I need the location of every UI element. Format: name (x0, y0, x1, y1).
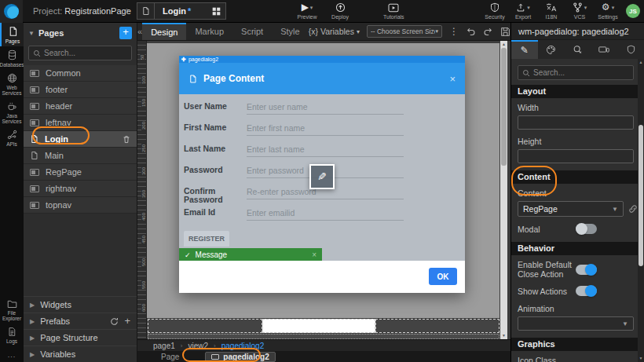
page-item-header[interactable]: header (24, 98, 137, 115)
close-action-toggle[interactable] (576, 265, 597, 275)
properties-scrollbar[interactable]: ▲ ▼ (638, 59, 644, 362)
page-item-login[interactable]: Login (24, 131, 137, 148)
page-tab-login[interactable]: Login* (137, 2, 226, 20)
bind-link-icon[interactable] (628, 204, 638, 214)
pages-search (28, 46, 132, 60)
section-variables[interactable]: ▶Variables (24, 346, 137, 362)
shield-icon (490, 2, 499, 13)
kebab-menu-icon[interactable]: ⋮ (449, 26, 459, 37)
add-prefab-button[interactable]: + (124, 316, 130, 326)
animation-select[interactable]: ▼ (518, 316, 634, 331)
page-item-regpage[interactable]: RegPage (24, 164, 137, 181)
triangle-down-icon[interactable]: ▼ (28, 30, 35, 37)
i18n-button[interactable]: I18N (541, 2, 562, 20)
close-icon[interactable]: × (449, 73, 456, 85)
tab-style[interactable]: Style (272, 23, 308, 40)
export-button[interactable]: ▾ Export (513, 2, 533, 20)
tab-script[interactable]: Script (232, 23, 272, 40)
emailid-field[interactable] (247, 206, 404, 221)
trash-icon[interactable] (123, 135, 130, 144)
page-item-common[interactable]: Common (24, 65, 137, 82)
scroll-thumb[interactable] (501, 48, 507, 166)
sidebar-item-file-explorer[interactable]: File Explorer (0, 296, 24, 324)
register-button[interactable]: REGISTER (184, 231, 229, 247)
design-canvas[interactable]: 50100150200250300350400450500550600 ▲ ▼ … (137, 41, 510, 339)
layout-cell[interactable] (262, 319, 375, 333)
firstname-field[interactable] (247, 121, 404, 136)
security-button[interactable]: Security (485, 2, 505, 20)
widget-selection-tag[interactable]: ✚ pagedialog2 (179, 56, 465, 63)
close-icon[interactable]: × (312, 250, 317, 259)
unsaved-marker: * (188, 6, 191, 16)
height-input[interactable] (518, 149, 634, 163)
scroll-up-icon[interactable]: ▲ (500, 41, 507, 48)
section-prefabs[interactable]: ▶Prefabs + (24, 313, 137, 329)
refresh-icon[interactable] (110, 317, 119, 326)
breadcrumb-pagedialog2[interactable]: pagedialog2 (221, 342, 265, 350)
canvas-vertical-scrollbar[interactable]: ▲ ▼ (500, 41, 507, 339)
save-icon[interactable] (500, 27, 510, 37)
dialog-header[interactable]: Page Content × (179, 63, 465, 94)
sidebar-item-pages[interactable]: Pages (0, 23, 24, 46)
scroll-down-icon[interactable]: ▼ (638, 355, 644, 362)
more-icon[interactable]: ... (0, 351, 24, 359)
sidebar-item-databases[interactable]: Databases (0, 46, 24, 70)
tab-properties[interactable]: ✎ (511, 40, 538, 59)
partial-icon (30, 119, 39, 126)
preview-button[interactable]: ▶▾ Preview (297, 2, 317, 20)
breadcrumb-view2[interactable]: view2 (188, 342, 208, 350)
vcs-button[interactable]: ▾ VCS (569, 2, 590, 20)
scroll-down-icon[interactable]: ▼ (500, 332, 507, 339)
page-item-topnav[interactable]: topnav (24, 197, 137, 214)
export-icon (516, 2, 525, 13)
sidebar-item-java-services[interactable]: Java Services (0, 98, 24, 126)
tab-styles[interactable] (538, 40, 565, 59)
settings-button[interactable]: ⚙▾ Settings (598, 2, 618, 20)
redo-icon[interactable] (483, 27, 493, 36)
tab-devices[interactable] (591, 40, 617, 59)
lastname-field[interactable] (247, 142, 404, 157)
section-page-structure[interactable]: ▶Page Structure (24, 329, 137, 346)
layout-cell[interactable] (148, 319, 262, 333)
sidebar-item-apis[interactable]: APIs (0, 126, 24, 149)
wavemaker-logo-icon[interactable] (0, 0, 23, 23)
width-input[interactable] (518, 115, 634, 130)
sidebar-item-web-services[interactable]: Web Services (0, 70, 24, 98)
widget-chip-pagedialog2[interactable]: pagedialog2 (205, 352, 275, 362)
tab-security[interactable] (617, 40, 644, 59)
add-page-button[interactable]: + (119, 27, 132, 39)
scroll-up-icon[interactable]: ▲ (638, 59, 644, 66)
tutorials-button[interactable]: Tutorials (383, 2, 404, 20)
content-select[interactable]: RegPage ▼ (518, 201, 624, 217)
page-item-rightnav[interactable]: rightnav (24, 181, 137, 197)
page-item-footer[interactable]: footer (24, 82, 137, 98)
modal-toggle[interactable] (576, 224, 597, 234)
page-item-leftnav[interactable]: leftnav (24, 115, 137, 131)
tab-inspector[interactable] (565, 40, 591, 59)
bottom-widget-bar: Page pagedialog2 (137, 351, 510, 362)
pages-search-input[interactable] (44, 49, 127, 57)
section-widgets[interactable]: ▶Widgets (24, 296, 137, 313)
undo-icon[interactable] (466, 27, 476, 36)
partial-icon (30, 86, 39, 93)
section-layout: Layout (511, 85, 644, 98)
username-field[interactable] (247, 100, 404, 115)
edit-widget-button[interactable]: ✎ (309, 164, 335, 189)
show-actions-toggle[interactable] (576, 286, 597, 296)
screen-size-select[interactable]: -- Choose Screen Size --▾ (367, 25, 442, 38)
sidebar-item-logs[interactable]: Logs (0, 324, 24, 346)
tab-markup[interactable]: Markup (186, 23, 232, 40)
layout-cell[interactable] (375, 319, 499, 333)
properties-search-input[interactable] (533, 68, 629, 77)
pages-panel-title: Pages (38, 28, 119, 38)
canvas-horizontal-scrollbar[interactable] (148, 334, 499, 339)
page-item-main[interactable]: Main (24, 148, 137, 164)
deploy-button[interactable]: Deploy (330, 2, 350, 20)
scroll-thumb[interactable] (639, 125, 643, 266)
user-avatar[interactable]: JS (626, 4, 640, 18)
variables-button[interactable]: {x}Variables▾ (309, 27, 360, 36)
grid-icon[interactable] (207, 3, 225, 19)
breadcrumb-page1[interactable]: page1 (153, 342, 175, 350)
tab-design[interactable]: Design (142, 23, 186, 40)
ok-button[interactable]: OK (429, 268, 457, 285)
